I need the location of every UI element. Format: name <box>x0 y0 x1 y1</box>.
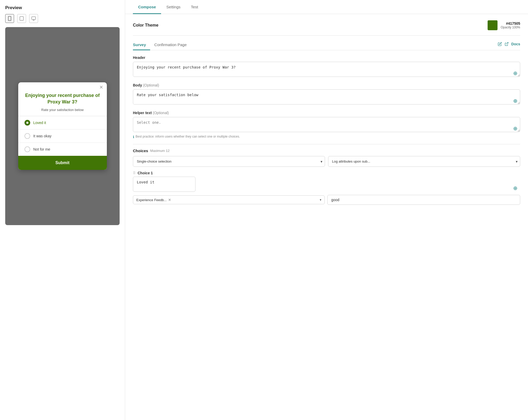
choice-row-1: ⠿ Choice 1 ⊕ Experience Feedb... ✕ ▾ <box>133 171 520 205</box>
external-link-icon <box>505 42 509 46</box>
radio-loved-it <box>24 120 30 126</box>
edit-icon-button[interactable] <box>498 42 502 46</box>
attribute-remove-button[interactable]: ✕ <box>168 198 171 202</box>
sub-tab-survey[interactable]: Survey <box>133 40 150 50</box>
color-opacity: Opacity 100% <box>501 26 520 29</box>
external-link-button[interactable] <box>505 42 509 46</box>
helper-hint-text: Best practice: inform users whether they… <box>136 135 240 138</box>
top-tabs: Compose Settings Test <box>125 0 528 14</box>
device-icon-group <box>5 14 120 23</box>
docs-link[interactable]: Docs <box>511 42 520 46</box>
right-panel: Compose Settings Test Color Theme #41750… <box>125 0 528 420</box>
desktop-device-button[interactable] <box>29 14 38 23</box>
choice-row-1-header: ⠿ Choice 1 <box>133 171 520 175</box>
helper-plus-button[interactable]: ⊕ <box>513 126 518 131</box>
modal-header-bar: ✕ <box>18 82 107 90</box>
choice-label-3: Not for me <box>33 147 50 151</box>
body-field-section: Body (Optional) ⊕ <box>133 83 520 106</box>
submit-button[interactable]: Submit <box>18 156 107 170</box>
choice-row-1-title: Choice 1 <box>138 171 153 175</box>
choice-item-2[interactable]: It was okay <box>18 129 107 143</box>
body-input-wrapper: ⊕ <box>133 89 520 106</box>
sub-tabs: Survey Confirmation Page <box>133 40 520 50</box>
body-input[interactable] <box>133 89 520 104</box>
header-field-section: Header ⊕ <box>133 55 520 78</box>
choice-label-1: Loved it <box>33 121 46 125</box>
right-content: Color Theme #417505 Opacity 100% Survey … <box>125 14 528 216</box>
body-optional-label: (Optional) <box>143 83 159 87</box>
color-swatch[interactable] <box>488 20 498 30</box>
info-icon: ℹ <box>133 135 134 139</box>
helper-text-input[interactable] <box>133 117 520 132</box>
preview-title: Preview <box>5 5 120 10</box>
left-panel: Preview ✕ <box>0 0 125 420</box>
tab-compose[interactable]: Compose <box>133 0 161 14</box>
choices-title: Choices <box>133 149 148 153</box>
attribute-tag-label: Experience Feedb... <box>136 198 167 202</box>
choices-section: Choices Maximum 12 Single-choice selecti… <box>133 149 520 205</box>
svg-line-7 <box>506 42 508 44</box>
sub-tab-actions: Docs <box>498 42 520 48</box>
choice-label-2: It was okay <box>33 134 52 138</box>
tablet-device-button[interactable] <box>17 14 26 23</box>
color-details: #417505 Opacity 100% <box>501 21 520 29</box>
log-attributes-dropdown-wrapper: Log attributes upon sub... Do not log at… <box>328 156 520 167</box>
choices-dropdowns: Single-choice selection Multiple-choice … <box>133 156 520 167</box>
choices-header: Choices Maximum 12 <box>133 149 520 153</box>
sub-tab-confirmation[interactable]: Confirmation Page <box>154 40 191 50</box>
helper-text-input-wrapper: ⊕ <box>133 117 520 133</box>
radio-inner <box>26 122 28 124</box>
svg-rect-0 <box>8 16 11 21</box>
mobile-device-button[interactable] <box>5 14 14 23</box>
modal-subtext: Rate your satisfaction below <box>24 108 101 112</box>
choice-item-3[interactable]: Not for me <box>18 143 107 156</box>
attribute-tag-1[interactable]: Experience Feedb... ✕ ▾ <box>133 195 325 204</box>
modal-body: Enjoying your recent purchase of Proxy W… <box>18 90 107 112</box>
choice-1-input-wrapper: ⊕ <box>133 177 520 193</box>
preview-area: ✕ Enjoying your recent purchase of Proxy… <box>5 27 120 225</box>
header-input[interactable] <box>133 62 520 77</box>
tablet-icon <box>19 16 24 21</box>
radio-it-was-okay <box>24 133 30 139</box>
mobile-icon <box>7 16 12 21</box>
body-plus-button[interactable]: ⊕ <box>513 98 518 103</box>
edit-icon <box>498 42 502 46</box>
modal-question: Enjoying your recent purchase of Proxy W… <box>24 92 101 105</box>
helper-text-field-label: Helper text (Optional) <box>133 111 520 115</box>
helper-hint: ℹ Best practice: inform users whether th… <box>133 135 520 139</box>
attribute-dropdown-arrow[interactable]: ▾ <box>320 198 321 202</box>
helper-optional-label: (Optional) <box>153 111 169 115</box>
header-field-label: Header <box>133 55 520 60</box>
drag-handle-1[interactable]: ⠿ <box>133 171 136 175</box>
color-info: #417505 Opacity 100% <box>488 20 520 30</box>
radio-not-for-me <box>24 146 30 152</box>
log-attributes-dropdown[interactable]: Log attributes upon sub... Do not log at… <box>328 156 520 167</box>
svg-rect-4 <box>32 17 36 20</box>
choice-1-plus-button[interactable]: ⊕ <box>513 186 518 191</box>
header-plus-button[interactable]: ⊕ <box>513 71 518 76</box>
choices-section-divider <box>133 144 520 144</box>
helper-text-field-section: Helper text (Optional) ⊕ ℹ Best practice… <box>133 111 520 139</box>
color-theme-row: Color Theme #417505 Opacity 100% <box>133 20 520 30</box>
attribute-value-input[interactable] <box>327 195 520 205</box>
header-input-wrapper: ⊕ <box>133 62 520 78</box>
tab-test[interactable]: Test <box>186 0 204 14</box>
desktop-icon <box>31 16 36 21</box>
selection-type-dropdown[interactable]: Single-choice selection Multiple-choice … <box>133 156 325 167</box>
color-section-divider <box>133 35 520 36</box>
choices-max: Maximum 12 <box>150 149 169 153</box>
selection-type-dropdown-wrapper: Single-choice selection Multiple-choice … <box>133 156 325 167</box>
attribute-row-1: Experience Feedb... ✕ ▾ <box>133 195 520 205</box>
choice-1-input[interactable] <box>133 177 195 192</box>
survey-modal: ✕ Enjoying your recent purchase of Proxy… <box>18 82 107 170</box>
color-theme-label: Color Theme <box>133 23 158 28</box>
modal-close-button[interactable]: ✕ <box>99 85 103 90</box>
tab-settings[interactable]: Settings <box>161 0 186 14</box>
body-field-label: Body (Optional) <box>133 83 520 87</box>
choice-item-1[interactable]: Loved it <box>18 116 107 129</box>
choice-list: Loved it It was okay Not for me <box>18 116 107 156</box>
color-hex: #417505 <box>501 21 520 26</box>
